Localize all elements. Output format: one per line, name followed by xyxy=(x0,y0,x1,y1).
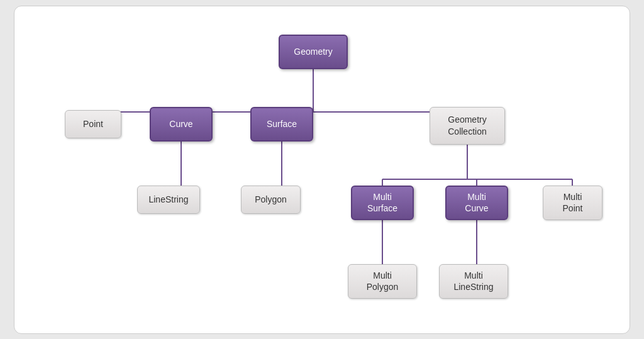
node-geometry: Geometry xyxy=(279,35,348,69)
node-curve: Curve xyxy=(150,107,213,142)
node-polygon: Polygon xyxy=(241,186,301,214)
node-linestring: LineString xyxy=(137,186,200,214)
node-multi-surface: MultiSurface xyxy=(351,186,414,220)
node-point: Point xyxy=(65,110,121,138)
node-surface: Surface xyxy=(250,107,313,142)
tree: Geometry Point Curve Surface GeometryCol… xyxy=(27,19,617,321)
node-multi-curve: MultiCurve xyxy=(445,186,508,220)
diagram-container: Geometry Point Curve Surface GeometryCol… xyxy=(14,6,630,334)
node-geometry-collection: GeometryCollection xyxy=(430,107,505,145)
node-multi-polygon: MultiPolygon xyxy=(348,264,417,299)
node-multi-linestring: MultiLineString xyxy=(439,264,508,299)
node-multi-point: MultiPoint xyxy=(543,186,602,220)
